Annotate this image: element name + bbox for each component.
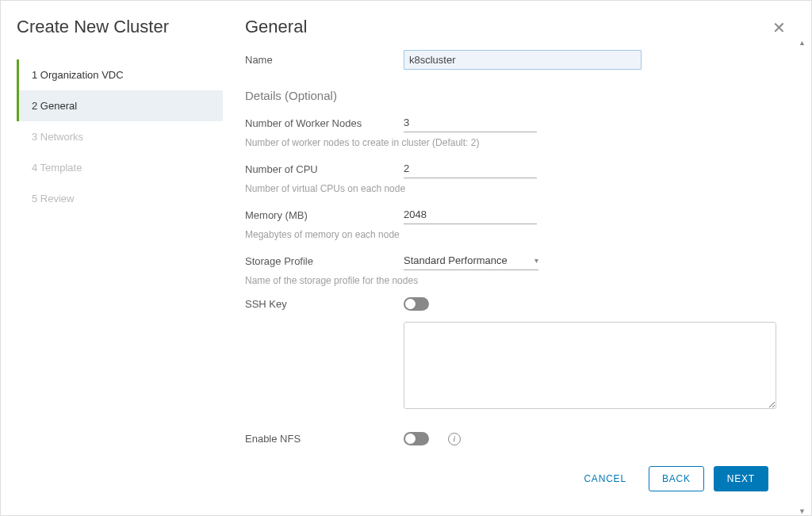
ssh-toggle[interactable] (404, 297, 429, 311)
wizard-main: General ✕ Name Details (Optional) Number… (223, 1, 811, 515)
name-label: Name (245, 54, 404, 66)
cpu-row: Number of CPU (245, 159, 781, 178)
storage-row: Storage Profile Standard Performance ▾ (245, 251, 781, 270)
scroll-indicator: ▲ ▼ (799, 39, 806, 515)
scroll-up-icon: ▲ (799, 39, 806, 47)
cpu-input[interactable] (404, 159, 537, 178)
next-button[interactable]: NEXT (714, 466, 768, 491)
close-icon[interactable]: ✕ (769, 17, 789, 39)
step-organization-vdc[interactable]: 1 Organization VDC (17, 59, 223, 90)
storage-select[interactable]: Standard Performance ▾ (404, 251, 538, 270)
details-heading: Details (Optional) (245, 89, 781, 102)
dialog-body: Create New Cluster 1 Organization VDC 2 … (1, 1, 811, 515)
create-cluster-dialog: Create New Cluster 1 Organization VDC 2 … (0, 0, 812, 516)
name-input[interactable] (404, 50, 642, 70)
cpu-help: Number of virtual CPUs on each node (245, 183, 781, 194)
nfs-toggle[interactable] (404, 432, 429, 445)
chevron-down-icon: ▾ (534, 256, 538, 265)
nfs-label: Enable NFS (245, 433, 404, 445)
cancel-button[interactable]: CANCEL (571, 467, 638, 491)
workers-label: Number of Worker Nodes (245, 117, 404, 129)
memory-input[interactable] (404, 205, 537, 224)
workers-input[interactable] (404, 113, 537, 132)
ssh-row: SSH Key (245, 297, 781, 311)
cpu-label: Number of CPU (245, 163, 404, 175)
memory-help: Megabytes of memory on each node (245, 229, 781, 240)
step-general[interactable]: 2 General (17, 90, 223, 121)
page-title: General (245, 17, 307, 37)
main-title-row: General ✕ (245, 17, 789, 50)
step-networks: 3 Networks (17, 121, 223, 152)
ssh-label: SSH Key (245, 298, 404, 310)
form-scroll-area[interactable]: Name Details (Optional) Number of Worker… (245, 50, 789, 455)
workers-help: Number of worker nodes to create in clus… (245, 137, 781, 148)
info-icon[interactable]: i (448, 433, 461, 445)
step-review: 5 Review (17, 183, 223, 214)
workers-row: Number of Worker Nodes (245, 113, 781, 132)
wizard-sidebar: Create New Cluster 1 Organization VDC 2 … (1, 1, 223, 515)
back-button[interactable]: BACK (649, 466, 704, 491)
ssh-key-textarea[interactable] (404, 322, 776, 409)
nfs-row: Enable NFS i (245, 432, 781, 445)
storage-help: Name of the storage profile for the node… (245, 275, 781, 286)
scroll-down-icon: ▼ (799, 507, 806, 515)
wizard-steps: 1 Organization VDC 2 General 3 Networks … (17, 59, 223, 214)
wizard-footer: CANCEL BACK NEXT (245, 455, 789, 503)
name-row: Name (245, 50, 781, 70)
memory-row: Memory (MB) (245, 205, 781, 224)
wizard-title: Create New Cluster (17, 17, 223, 37)
storage-value: Standard Performance (404, 254, 508, 266)
storage-label: Storage Profile (245, 255, 404, 267)
step-template: 4 Template (17, 152, 223, 183)
memory-label: Memory (MB) (245, 209, 404, 221)
